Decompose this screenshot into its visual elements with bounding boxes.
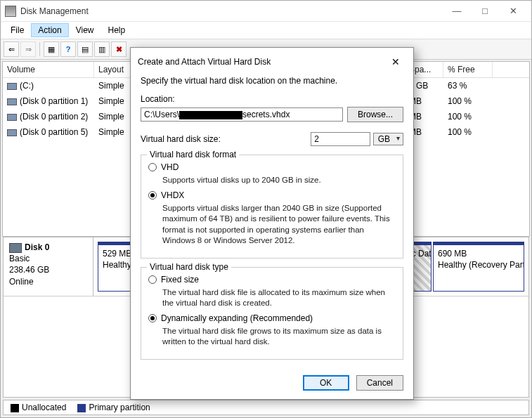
- part-status: Healthy (Recovery Partit: [438, 259, 519, 270]
- app-icon: [5, 6, 16, 17]
- col-volume[interactable]: Volume: [3, 62, 94, 77]
- volume-free: 100 %: [443, 126, 493, 138]
- col-free[interactable]: % Free: [443, 62, 493, 77]
- part-size: 690 MB: [438, 248, 519, 259]
- dialog-title: Create and Attach Virtual Hard Disk: [138, 57, 385, 67]
- legend-unallocated: Unallocated: [11, 403, 66, 412]
- maximize-button[interactable]: □: [471, 1, 499, 21]
- disk-type: Basic: [9, 254, 30, 263]
- dialog-footer: OK Cancel: [131, 368, 413, 399]
- menu-file[interactable]: File: [4, 23, 31, 37]
- volume-name: (Disk 0 partition 5): [20, 127, 88, 137]
- disk-label: Disk 0: [25, 242, 49, 252]
- properties-button[interactable]: ▦: [44, 41, 59, 57]
- radio-icon: [148, 314, 157, 322]
- fixed-desc: The virtual hard disk file is allocated …: [162, 287, 396, 309]
- legend-primary: Primary partition: [77, 403, 150, 412]
- type-group: Virtual hard disk type Fixed size The vi…: [141, 267, 403, 360]
- format-group: Virtual hard disk format VHD Supports vi…: [141, 155, 403, 259]
- radio-dynamic[interactable]: Dynamically expanding (Recommended): [148, 313, 396, 323]
- radio-icon: [148, 275, 157, 284]
- location-label: Location:: [141, 94, 403, 104]
- swatch-black: [11, 404, 19, 412]
- disk-info: Disk 0 Basic 238.46 GB Online: [4, 237, 93, 296]
- radio-icon: [148, 163, 157, 171]
- radio-vhdx[interactable]: VHDX: [148, 190, 396, 200]
- dialog-titlebar[interactable]: Create and Attach Virtual Hard Disk ✕: [131, 48, 413, 76]
- titlebar: Disk Management — □ ✕: [1, 1, 531, 22]
- refresh-button[interactable]: ✖: [111, 41, 126, 57]
- size-label: Virtual hard disk size:: [141, 134, 221, 144]
- volume-name: (C:): [20, 81, 34, 91]
- partition[interactable]: 690 MB Healthy (Recovery Partit: [433, 242, 524, 292]
- help-button[interactable]: ?: [60, 41, 76, 57]
- disk-status: Online: [9, 277, 34, 287]
- format-group-label: Virtual hard disk format: [147, 150, 239, 159]
- dialog-close-button[interactable]: ✕: [385, 53, 406, 70]
- volume-free: 100 %: [443, 110, 493, 123]
- volume-free: 63 %: [443, 79, 493, 92]
- volume-icon: [7, 83, 17, 90]
- radio-vhd[interactable]: VHD: [148, 162, 396, 172]
- vhdx-desc: Supports virtual disks larger than 2040 …: [162, 203, 396, 247]
- radio-fixed[interactable]: Fixed size: [148, 275, 396, 285]
- redacted-text: [179, 111, 242, 119]
- separator: [39, 42, 40, 56]
- close-button[interactable]: ✕: [499, 1, 527, 21]
- window-title: Disk Management: [20, 6, 443, 16]
- disk-size: 238.46 GB: [9, 265, 49, 275]
- radio-icon: [148, 191, 157, 200]
- create-vhd-dialog: Create and Attach Virtual Hard Disk ✕ Sp…: [130, 47, 414, 400]
- volume-name: (Disk 0 partition 1): [20, 96, 88, 106]
- back-button[interactable]: ⇐: [4, 41, 19, 57]
- menu-action[interactable]: Action: [31, 23, 68, 37]
- dialog-description: Specify the virtual hard disk location o…: [141, 76, 403, 86]
- menu-view[interactable]: View: [69, 23, 101, 37]
- cancel-button[interactable]: Cancel: [356, 375, 403, 391]
- vhd-desc: Supports virtual disks up to 2040 GB in …: [162, 175, 396, 186]
- volume-icon: [7, 98, 17, 105]
- dynamic-desc: The virtual hard disk file grows to its …: [162, 326, 396, 348]
- menubar: File Action View Help: [1, 22, 531, 39]
- menu-help[interactable]: Help: [101, 23, 133, 37]
- volume-icon: [7, 114, 17, 121]
- size-input[interactable]: [311, 132, 370, 146]
- ok-button[interactable]: OK: [303, 375, 349, 391]
- volume-free: 100 %: [443, 95, 493, 107]
- list-button[interactable]: ▥: [94, 41, 110, 57]
- location-input[interactable]: C:\Users\secrets.vhdx: [141, 107, 343, 122]
- legend: Unallocated Primary partition: [3, 400, 529, 415]
- volume-icon: [7, 129, 17, 136]
- size-unit-select[interactable]: GB: [373, 133, 403, 145]
- detail-button[interactable]: ▤: [77, 41, 93, 57]
- disk-icon: [9, 243, 22, 253]
- swatch-blue: [77, 404, 86, 412]
- forward-button[interactable]: ⇒: [20, 41, 36, 57]
- type-group-label: Virtual hard disk type: [147, 262, 231, 272]
- browse-button[interactable]: Browse...: [347, 107, 403, 122]
- volume-name: (Disk 0 partition 2): [20, 112, 88, 122]
- minimize-button[interactable]: —: [443, 1, 471, 21]
